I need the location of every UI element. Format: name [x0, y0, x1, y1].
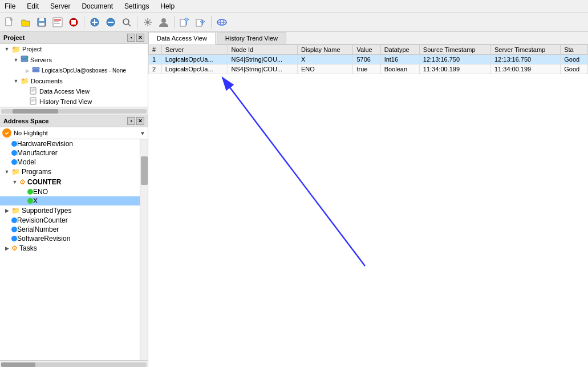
import-btn[interactable]: [177, 15, 192, 30]
stop-btn[interactable]: [66, 15, 81, 30]
settings-btn[interactable]: [140, 15, 155, 30]
addr-manufacturer[interactable]: Manufacturer: [0, 148, 140, 158]
svg-rect-23: [196, 19, 202, 26]
project-tree: ▼ 📁 Project ▼ Servers ▶: [0, 44, 148, 107]
row2-source-ts: 11:34:00.199: [419, 64, 490, 74]
export-btn[interactable]: [193, 15, 208, 30]
addr-serial-number[interactable]: SerialNumber: [0, 225, 140, 234]
programs-folder-icon: 📁: [11, 168, 20, 176]
open-btn[interactable]: [18, 15, 33, 30]
svg-rect-33: [33, 70, 39, 72]
address-panel: Address Space ▪ ✕ No Highlight ▼: [0, 115, 148, 367]
col-num[interactable]: #: [149, 45, 162, 55]
right-panel: Data Access View History Trend View # Se…: [148, 32, 588, 367]
tree-root[interactable]: ▼ 📁 Project: [0, 44, 148, 54]
search-btn[interactable]: [119, 15, 134, 30]
table-row[interactable]: 2 LogicalsOpcUa... NS4|String|COU... ENO…: [149, 64, 588, 74]
svg-line-17: [128, 24, 131, 26]
tasks-toggle[interactable]: ▶: [2, 244, 11, 253]
sw-icon: [11, 236, 17, 241]
mfr-icon: [11, 150, 17, 156]
highlight-dropdown[interactable]: ▼: [140, 130, 145, 136]
servers-toggle[interactable]: ▼: [11, 55, 21, 64]
save-btn[interactable]: [34, 15, 49, 30]
col-server[interactable]: Server: [161, 45, 228, 55]
tasks-icon: ⚙: [11, 244, 18, 252]
programs-toggle[interactable]: ▼: [2, 167, 11, 176]
menu-edit[interactable]: Edit: [25, 1, 41, 11]
docs-icon: 📁: [21, 77, 29, 85]
menu-file[interactable]: File: [2, 1, 18, 11]
sw-label: SoftwareRevision: [17, 235, 70, 243]
row1-value: 5706: [353, 55, 380, 64]
sep3: [174, 16, 175, 29]
table-container: # Server Node Id Display Name Value Data…: [148, 45, 588, 367]
col-nodeid[interactable]: Node Id: [228, 45, 298, 55]
address-vscroll[interactable]: [140, 139, 148, 360]
address-header: Address Space ▪ ✕: [0, 115, 148, 127]
row1-displayname: X: [298, 55, 353, 64]
docs-label: Documents: [31, 78, 63, 84]
tab-data-access-view[interactable]: Data Access View: [148, 32, 216, 45]
x-label: X: [33, 197, 38, 205]
col-source-ts[interactable]: Source Timestamp: [419, 45, 490, 55]
tree-data-access-view[interactable]: ▶ Data Access View: [0, 86, 148, 96]
add-btn[interactable]: [87, 15, 102, 30]
col-value[interactable]: Value: [353, 45, 380, 55]
col-displayname[interactable]: Display Name: [298, 45, 353, 55]
st-icon: 📁: [11, 207, 20, 215]
address-float-btn[interactable]: ▪: [127, 117, 135, 125]
address-hscroll[interactable]: [0, 360, 148, 367]
addr-x[interactable]: X: [0, 196, 140, 205]
st-toggle[interactable]: ▶: [2, 206, 11, 215]
addr-supported-types[interactable]: ▶ 📁 SupportedTypes: [0, 205, 140, 216]
row1-nodeid: NS4|String|COU...: [228, 55, 298, 64]
address-close-btn[interactable]: ✕: [136, 117, 144, 125]
user-btn[interactable]: [156, 15, 171, 30]
addr-model[interactable]: Model: [0, 158, 140, 167]
row2-nodeid: NS4|String|COU...: [228, 64, 298, 74]
addr-programs[interactable]: ▼ 📁 Programs: [0, 167, 140, 177]
addr-hardware-revision[interactable]: HardwareRevision: [0, 139, 140, 148]
project-float-btn[interactable]: ▪: [127, 34, 135, 42]
col-status[interactable]: Sta: [561, 45, 588, 55]
connect-btn[interactable]: [214, 15, 229, 30]
row2-value: true: [353, 64, 380, 74]
tree-history-trend-view[interactable]: ▶ History Trend View: [0, 96, 148, 107]
server-toggle[interactable]: ▶: [23, 66, 32, 75]
remove-btn[interactable]: [103, 15, 118, 30]
project-hscroll[interactable]: [0, 107, 148, 115]
addr-tasks[interactable]: ▶ ⚙ Tasks: [0, 243, 140, 253]
col-datatype[interactable]: Datatype: [380, 45, 419, 55]
tree-documents[interactable]: ▼ 📁 Documents: [0, 76, 148, 86]
hw-icon: [11, 141, 17, 147]
tab-history-trend-view[interactable]: History Trend View: [217, 32, 286, 44]
docs-toggle[interactable]: ▼: [11, 76, 21, 86]
root-toggle[interactable]: ▼: [2, 45, 11, 54]
counter-toggle[interactable]: ▼: [10, 178, 19, 187]
addr-eno[interactable]: ENO: [0, 187, 140, 196]
edit-btn[interactable]: [50, 15, 65, 30]
rc-label: RevisionCounter: [17, 216, 68, 224]
menu-settings[interactable]: Settings: [122, 1, 151, 11]
addr-revision-counter[interactable]: RevisionCounter: [0, 216, 140, 225]
col-server-ts[interactable]: Server Timestamp: [490, 45, 560, 55]
addr-counter[interactable]: ▼ ⚙ COUNTER: [0, 177, 140, 187]
project-close-btn[interactable]: ✕: [136, 34, 144, 42]
row1-status: Good: [561, 55, 588, 64]
server-item-label: LogicalsOpcUa@osboxes - None: [42, 67, 126, 74]
address-hscroll-track: [1, 362, 147, 367]
table-row[interactable]: 1 LogicalsOpcUa... NS4|String|COU... X 5…: [149, 55, 588, 64]
project-panel: Project ▪ ✕ ▼ 📁 Project ▼: [0, 32, 148, 115]
menu-server[interactable]: Server: [48, 1, 72, 11]
row1-server-ts: 12:13:16.750: [490, 55, 560, 64]
mfr-label: Manufacturer: [17, 149, 58, 157]
servers-label: Servers: [30, 57, 52, 63]
svg-rect-10: [71, 20, 76, 25]
new-btn[interactable]: [2, 15, 17, 30]
tree-servers[interactable]: ▼ Servers: [0, 54, 148, 65]
tree-server-item[interactable]: ▶ LogicalsOpcUa@osboxes - None: [0, 65, 148, 76]
menu-document[interactable]: Document: [79, 1, 115, 11]
menu-help[interactable]: Help: [158, 1, 177, 11]
addr-software-revision[interactable]: SoftwareRevision: [0, 234, 140, 243]
